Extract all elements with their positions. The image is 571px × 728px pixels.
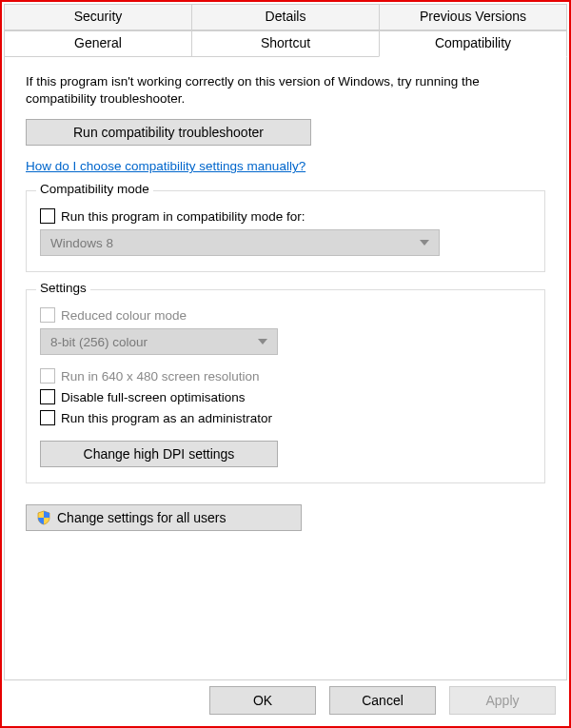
- check-reduced-colour: [40, 307, 55, 323]
- combo-compat-os[interactable]: Windows 8: [40, 229, 440, 256]
- tab-row-1: Security Details Previous Versions: [4, 4, 567, 30]
- group-settings: Settings Reduced colour mode 8-bit (256)…: [26, 289, 545, 483]
- cancel-button[interactable]: Cancel: [329, 686, 436, 715]
- check-run-admin[interactable]: [40, 410, 55, 425]
- check-disable-fullscreen[interactable]: [40, 389, 55, 404]
- apply-button: Apply: [449, 686, 556, 715]
- check-run-admin-row: Run this program as an administrator: [40, 410, 531, 425]
- check-reduced-colour-row: Reduced colour mode: [40, 307, 531, 323]
- chevron-down-icon: [258, 339, 267, 344]
- change-all-users-button[interactable]: Change settings for all users: [26, 504, 302, 531]
- tab-strip: Security Details Previous Versions Gener…: [2, 2, 569, 57]
- tab-shortcut[interactable]: Shortcut: [191, 30, 380, 57]
- check-reduced-colour-label: Reduced colour mode: [61, 308, 187, 323]
- combo-colour-depth: 8-bit (256) colour: [40, 328, 278, 355]
- tab-security[interactable]: Security: [4, 4, 192, 30]
- group-settings-legend: Settings: [36, 281, 90, 295]
- tab-row-2: General Shortcut Compatibility: [4, 30, 567, 57]
- check-compat-mode-label: Run this program in compatibility mode f…: [61, 209, 305, 224]
- check-disable-fullscreen-label: Disable full-screen optimisations: [61, 390, 246, 404]
- tab-details[interactable]: Details: [191, 4, 380, 30]
- ok-button[interactable]: OK: [209, 686, 316, 715]
- check-disable-fullscreen-row: Disable full-screen optimisations: [40, 389, 531, 404]
- tab-previous-versions[interactable]: Previous Versions: [379, 4, 567, 30]
- tab-general[interactable]: General: [4, 30, 192, 57]
- run-troubleshooter-button[interactable]: Run compatibility troubleshooter: [26, 119, 311, 146]
- compatibility-page: If this program isn't working correctly …: [4, 56, 567, 680]
- check-compat-mode[interactable]: [40, 208, 55, 224]
- uac-shield-icon: [36, 510, 51, 525]
- intro-text: If this program isn't working correctly …: [26, 73, 545, 108]
- combo-compat-os-value: Windows 8: [50, 236, 113, 250]
- tab-compatibility[interactable]: Compatibility: [379, 30, 567, 57]
- check-low-res-label: Run in 640 x 480 screen resolution: [61, 369, 260, 384]
- change-dpi-button[interactable]: Change high DPI settings: [40, 441, 278, 467]
- check-run-admin-label: Run this program as an administrator: [61, 411, 272, 425]
- check-low-res-row: Run in 640 x 480 screen resolution: [40, 368, 531, 384]
- check-compat-mode-row: Run this program in compatibility mode f…: [40, 208, 531, 224]
- dialog-footer: OK Cancel Apply: [209, 686, 556, 715]
- group-compat-mode: Compatibility mode Run this program in c…: [26, 190, 545, 272]
- combo-colour-depth-value: 8-bit (256) colour: [50, 335, 148, 349]
- group-compat-mode-legend: Compatibility mode: [36, 182, 153, 196]
- change-all-users-label: Change settings for all users: [57, 510, 226, 525]
- properties-dialog: Security Details Previous Versions Gener…: [0, 0, 571, 728]
- chevron-down-icon: [420, 240, 429, 246]
- check-low-res: [40, 368, 55, 384]
- manual-settings-link[interactable]: How do I choose compatibility settings m…: [26, 159, 305, 173]
